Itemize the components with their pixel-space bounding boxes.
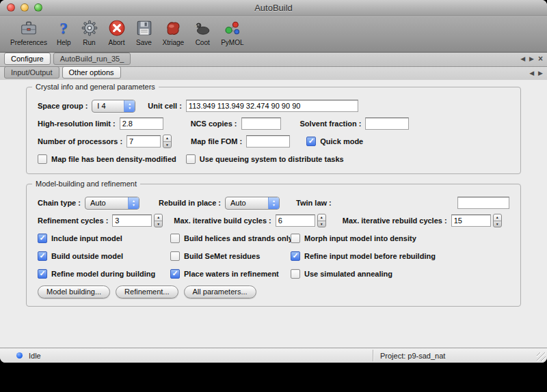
checkbox-label: Use simulated annealing (304, 270, 392, 278)
chain-type-label: Chain type : (38, 199, 81, 207)
document-tabstrip: Configure AutoBuild_run_35_ (0, 53, 547, 67)
titlebar[interactable]: AutoBuild (0, 0, 547, 16)
tab-scroll-right-icon[interactable] (529, 55, 534, 62)
checkbox-box (38, 251, 47, 261)
rebuild-cycles-stepper[interactable] (493, 214, 502, 227)
checkbox-label: Refine model during building (51, 270, 155, 278)
map-fom-input[interactable] (246, 135, 290, 148)
checkbox-label: Refine input model before rebuilding (304, 252, 436, 260)
crystal-row-3: Number of processors : Map file FOM : Qu… (38, 132, 509, 150)
dropdown-arrows-icon (128, 197, 139, 209)
toolbar-label: Save (136, 39, 152, 46)
map-fom-label: Map file FOM : (191, 137, 242, 145)
toolbar-button-run[interactable]: Run (76, 17, 103, 47)
tab-label: AutoBuild_run_35_ (60, 55, 124, 63)
refinement-button[interactable]: Refinement... (116, 285, 178, 298)
tab-close-icon[interactable] (538, 55, 543, 63)
checkbox-box (170, 251, 180, 261)
chain-type-dropdown[interactable]: Auto (85, 197, 139, 210)
unit-cell-input[interactable] (186, 100, 358, 112)
rebuild-in-place-dropdown[interactable]: Auto (225, 197, 280, 210)
status-text: Idle (29, 352, 41, 360)
model-building-group: Model-building and refinement Chain type… (26, 184, 521, 307)
dropdown-arrows-icon (124, 100, 135, 112)
space-group-value: I 4 (92, 100, 124, 112)
checkbox-box (186, 154, 196, 164)
twin-law-label: Twin law : (296, 199, 332, 207)
tab-navigation (529, 67, 543, 79)
group-title: Model-building and refinement (32, 180, 140, 188)
refinement-cycles-stepper[interactable] (154, 214, 163, 227)
ncs-copies-input[interactable] (241, 117, 281, 130)
toolbar-label: Abort (109, 39, 125, 46)
coot-bird-icon (194, 18, 211, 38)
tab-scroll-left-icon[interactable] (520, 55, 525, 62)
tab-other-options[interactable]: Other options (62, 66, 121, 79)
rebuild-in-place-label: Rebuild in place : (159, 199, 221, 207)
minimize-window-button[interactable] (21, 3, 29, 12)
traffic-lights (7, 3, 48, 12)
tab-configure[interactable]: Configure (4, 53, 51, 65)
model-row-2: Refinement cycles : Max. iterative build… (38, 212, 509, 229)
tab-input-output[interactable]: Input/Output (4, 66, 59, 79)
checkbox-box (291, 251, 300, 261)
space-group-dropdown[interactable]: I 4 (92, 100, 135, 113)
checkbox-density-modified[interactable]: Map file has been density-modified (38, 154, 176, 164)
refinement-cycles-input[interactable] (112, 214, 152, 227)
tab-scroll-right-icon[interactable] (538, 70, 543, 76)
tab-scroll-left-icon[interactable] (529, 70, 534, 76)
solvent-fraction-label: Solvent fraction : (300, 120, 362, 128)
checkbox-build-outside-model[interactable]: Build outside model (38, 251, 170, 261)
checkbox-label: Build outside model (51, 252, 123, 260)
all-parameters-button[interactable]: All parameters... (184, 285, 256, 298)
xtriage-icon (164, 18, 182, 38)
toolbar-label: Coot (196, 39, 210, 46)
autobuild-window: AutoBuild Preferences ? Help (0, 0, 547, 363)
checkbox-label: Build SeMet residues (184, 252, 260, 260)
toolbar-button-save[interactable]: Save (131, 17, 158, 47)
checkbox-simulated-annealing[interactable]: Use simulated annealing (291, 269, 392, 279)
resize-grip[interactable] (537, 352, 546, 361)
window-title: AutoBuild (254, 3, 293, 13)
checkbox-build-helices-strands[interactable]: Build helices and strands only (170, 234, 291, 243)
processors-stepper[interactable] (163, 135, 172, 148)
checkbox-build-semet[interactable]: Build SeMet residues (170, 251, 291, 261)
twin-law-input[interactable] (457, 197, 509, 209)
checkbox-box (291, 234, 300, 243)
checkbox-refine-before-rebuilding[interactable]: Refine input model before rebuilding (291, 251, 436, 261)
checkbox-label: Use queueing system to distribute tasks (200, 155, 344, 163)
zoom-window-button[interactable] (34, 3, 42, 12)
toolbar-button-xtriage[interactable]: Xtriage (158, 17, 189, 47)
toolbar-button-abort[interactable]: Abort (103, 17, 131, 47)
high-resolution-input[interactable] (120, 117, 163, 130)
model-checkbox-row-1: Include input model Build helices and st… (38, 229, 509, 247)
save-icon (135, 18, 153, 38)
model-building-button[interactable]: Model building... (38, 285, 110, 298)
toolbar-button-coot[interactable]: Coot (189, 17, 216, 47)
checkbox-box (38, 234, 47, 243)
high-resolution-label: High-resolution limit : (38, 120, 116, 128)
solvent-fraction-input[interactable] (365, 117, 409, 130)
tab-autobuild-run-35[interactable]: AutoBuild_run_35_ (53, 53, 131, 65)
rebuild-cycles-label: Max. iterative rebuild cycles : (343, 216, 447, 225)
build-cycles-input[interactable] (276, 214, 315, 227)
toolbar-label: Preferences (10, 39, 47, 46)
build-cycles-stepper[interactable] (317, 214, 326, 227)
toolbar-button-help[interactable]: ? Help (52, 17, 76, 47)
processors-input[interactable] (126, 135, 161, 148)
checkbox-include-input-model[interactable]: Include input model (38, 234, 170, 243)
checkbox-label: Build helices and strands only (184, 234, 293, 242)
crystal-row-4: Map file has been density-modified Use q… (38, 150, 509, 168)
toolbar-button-pymol[interactable]: PyMOL (216, 17, 248, 47)
checkbox-queueing-system[interactable]: Use queueing system to distribute tasks (186, 154, 344, 164)
checkbox-morph-input-model[interactable]: Morph input model into density (291, 234, 416, 243)
checkbox-place-waters[interactable]: Place waters in refinement (170, 269, 291, 279)
pymol-icon (224, 18, 241, 38)
checkbox-label: Quick mode (320, 137, 363, 145)
rebuild-cycles-input[interactable] (451, 214, 491, 227)
toolbar-button-preferences[interactable]: Preferences (5, 17, 52, 47)
close-window-button[interactable] (7, 3, 15, 12)
dropdown-arrows-icon (268, 197, 279, 209)
checkbox-refine-during-building[interactable]: Refine model during building (38, 269, 170, 279)
checkbox-quick-mode[interactable]: Quick mode (306, 137, 363, 146)
